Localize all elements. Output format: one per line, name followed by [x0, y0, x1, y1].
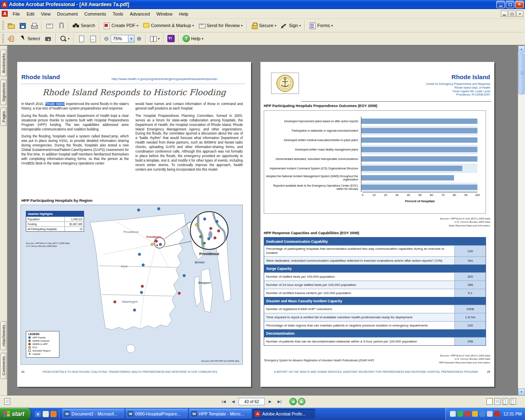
zoom-tool-dropdown[interactable]: ▾	[57, 34, 72, 43]
secure-dropdown[interactable]: Secure▾	[249, 21, 278, 30]
forms-dropdown[interactable]: Forms▾	[306, 21, 335, 30]
facing-view-button[interactable]	[502, 398, 508, 405]
open-button[interactable]	[5, 21, 17, 30]
last-page-button[interactable]: ▶|	[276, 397, 284, 406]
city-label-providence: Providence	[146, 235, 161, 238]
menu-document[interactable]: Document	[54, 10, 81, 18]
continuous-facing-view-button[interactable]	[510, 398, 516, 405]
create-pdf-dropdown[interactable]: Create PDF▾	[101, 21, 140, 30]
zoom-in-button[interactable]: ⊕	[135, 34, 144, 43]
sidebar-tab-bookmarks[interactable]: Bookmarks	[0, 50, 7, 77]
menu-comments[interactable]: Comments	[81, 10, 110, 18]
search-button[interactable]: Search	[70, 21, 97, 30]
capacity-table-title: HPP Response Capacities and Capabilities…	[264, 231, 359, 235]
first-page-button[interactable]: |◀	[220, 397, 228, 406]
document-status-icon[interactable]	[4, 398, 10, 405]
capital-star-marker: ★	[156, 244, 158, 247]
chart-row: Developed improvement plans based on aft…	[266, 116, 484, 126]
legend-item: NDMS Hospital	[28, 340, 57, 342]
print-button[interactable]	[28, 21, 40, 30]
zoom-value: 75%	[111, 36, 128, 41]
sidebar-tab-signatures[interactable]: Signatures	[0, 79, 7, 105]
page-layout-dropdown[interactable]: ▾	[147, 34, 162, 43]
map-legend: LEGEND HPP FacilityNDMS HospitalNDMS & H…	[26, 331, 59, 358]
close-button[interactable]: ×	[515, 1, 524, 8]
menu-tools[interactable]: Tools	[110, 10, 127, 18]
toolbar-grip[interactable]	[2, 21, 4, 30]
scroll-down-button[interactable]: ▼	[518, 388, 525, 395]
state-heading: Rhode Island	[452, 73, 490, 80]
chevron-down-icon: ▾	[274, 24, 276, 27]
network-icon[interactable]	[479, 411, 485, 417]
previous-page-button[interactable]: ◀	[229, 397, 237, 406]
single-page-view-button[interactable]	[486, 398, 493, 405]
acrobat-tray-icon[interactable]	[494, 411, 500, 417]
menu-edit[interactable]: Edit	[23, 10, 38, 18]
menu-view[interactable]: View	[38, 10, 54, 18]
messenger-icon[interactable]	[457, 411, 463, 417]
facility-dot	[155, 240, 158, 242]
sidebar-tab-pages[interactable]: Pages	[0, 107, 7, 126]
search-highlight: Rhode Island	[45, 102, 65, 106]
page-indicator[interactable]: 43 of 62	[239, 398, 265, 405]
toolbar-grip[interactable]	[2, 34, 4, 43]
menu-file[interactable]: File	[9, 10, 23, 18]
facility-dot	[214, 237, 216, 239]
next-page-button[interactable]: ▶	[266, 397, 274, 406]
menu-help[interactable]: Help	[176, 10, 192, 18]
previous-view-button[interactable]: ◀	[290, 398, 297, 405]
email-button[interactable]	[43, 21, 55, 30]
mdi-minimize-button[interactable]	[501, 11, 508, 17]
taskbar-button[interactable]: W0990-HospitalPrepare...	[126, 409, 188, 419]
snapshot-button[interactable]	[42, 34, 54, 43]
restore-button[interactable]	[506, 1, 514, 8]
sidebar-tab-attachments[interactable]: Attachments	[0, 321, 7, 350]
yahoo-messenger-button[interactable]	[165, 34, 177, 43]
save-button[interactable]	[17, 21, 28, 30]
taskbar-button[interactable]: WHPP Template - Micro...	[189, 409, 251, 419]
mdi-restore-button[interactable]	[509, 11, 516, 17]
next-view-button[interactable]: ▶	[298, 398, 306, 405]
select-tool-button[interactable]: Select	[17, 34, 42, 43]
actual-size-button[interactable]	[75, 34, 87, 43]
update-shield-icon[interactable]	[472, 411, 478, 417]
continuous-view-button[interactable]	[494, 398, 500, 405]
taskbar-button[interactable]: WDocument2 - Microsof...	[62, 409, 124, 419]
acrobat-app-icon	[1, 2, 7, 8]
menu-advanced[interactable]: Advanced	[126, 10, 153, 18]
hand-tool-button[interactable]	[5, 34, 17, 43]
mdi-close-button[interactable]: ×	[516, 11, 523, 17]
state-health-url[interactable]: http://www.health.ri.gov/programs/emerge…	[112, 77, 217, 81]
scroll-up-button[interactable]: ▲	[518, 46, 525, 52]
internet-explorer-icon[interactable]: e	[35, 411, 41, 417]
scroll-thumb[interactable]	[518, 53, 525, 94]
table-row: Percentage of participating hospitals th…	[264, 245, 486, 256]
comment-bubble-icon	[142, 22, 150, 29]
navigation-toolbar: Select ▾ ⊖ 75% ▼ ⊕ ▾ Help▾	[0, 32, 525, 45]
help-dropdown[interactable]: Help▾	[180, 34, 205, 43]
chart-category-label: Demonstrated dedicated, redundant intero…	[266, 154, 361, 164]
fit-width-button[interactable]	[87, 34, 98, 43]
vertical-scrollbar[interactable]: ▲ ▼	[518, 46, 525, 395]
awardee-label: Funding	[26, 222, 65, 226]
volume-icon[interactable]	[487, 411, 493, 417]
chevron-down-icon[interactable]: ▼	[128, 35, 134, 42]
table-row: Time required to report a verified list …	[264, 313, 486, 321]
menu-window[interactable]: Window	[153, 10, 176, 18]
taskbar-clock[interactable]: 12:31 PM	[503, 411, 522, 416]
chart-tick: 100	[475, 194, 480, 196]
attach-button[interactable]	[55, 21, 66, 30]
comment-markup-dropdown[interactable]: Comment & Markup▾	[140, 21, 196, 30]
antivirus-icon[interactable]	[465, 411, 470, 417]
sidebar-tab-comments[interactable]: Comments	[0, 353, 7, 379]
taskbar-button[interactable]: AAdobe Acrobat Profe...	[253, 409, 315, 419]
send-review-dropdown[interactable]: Send for Review▾	[196, 21, 245, 30]
language-bar-icon[interactable]	[450, 411, 456, 417]
sign-dropdown[interactable]: Sign▾	[278, 21, 303, 30]
show-desktop-icon[interactable]	[43, 411, 49, 417]
zoom-out-button[interactable]: ⊖	[102, 34, 111, 43]
minimize-button[interactable]	[496, 1, 505, 8]
zoom-level-combobox[interactable]: 75% ▼	[111, 35, 135, 43]
media-player-icon[interactable]	[50, 411, 57, 417]
start-button[interactable]: start	[0, 408, 31, 420]
